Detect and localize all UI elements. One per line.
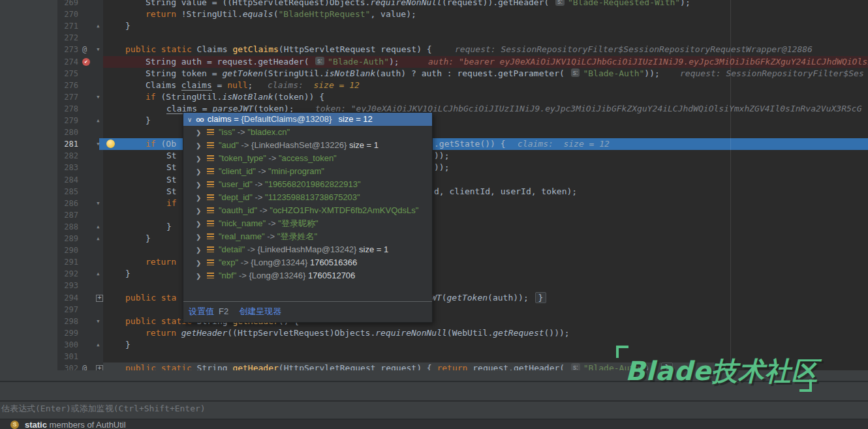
- variable-row[interactable]: ❯"real_name" -> "登录姓名": [183, 230, 432, 243]
- completion-suggestion-row[interactable]: S static members of AuthUtil: [0, 420, 868, 429]
- fold-arrow-icon[interactable]: ▾: [96, 91, 101, 103]
- code-line[interactable]: 280: [0, 126, 868, 138]
- fold-arrow-icon[interactable]: ▾: [96, 138, 101, 150]
- popup-action-bar[interactable]: 设置值F2创建呈现器: [183, 301, 432, 322]
- create-renderer-button[interactable]: 创建呈现器: [239, 306, 281, 316]
- code-line[interactable]: 297: [0, 304, 868, 316]
- line-number[interactable]: 287: [57, 209, 78, 221]
- line-number[interactable]: 273: [57, 44, 78, 55]
- folded-region-icon[interactable]: +: [96, 295, 103, 302]
- expand-chevron-icon[interactable]: ❯: [196, 166, 207, 179]
- expand-chevron-icon[interactable]: ❯: [196, 231, 207, 244]
- code-line[interactable]: 290: [0, 244, 868, 256]
- line-number[interactable]: 276: [57, 80, 78, 91]
- line-number[interactable]: 279: [57, 115, 78, 126]
- line-number[interactable]: 301: [57, 351, 78, 362]
- debugger-variable-popup[interactable]: ∨ooclaims = {DefaultClaims@13208}size = …: [183, 112, 433, 323]
- line-number[interactable]: 269: [57, 0, 78, 8]
- code-line[interactable]: 292▴}: [0, 268, 868, 280]
- line-number[interactable]: 300: [57, 339, 78, 351]
- code-line[interactable]: 288▴}: [0, 221, 868, 233]
- code-line[interactable]: 299return getHeader((HttpServletRequest)…: [0, 327, 868, 339]
- line-number[interactable]: 297: [57, 304, 78, 316]
- variable-row[interactable]: ❯"nbf" -> {Long@13246} 1760512706: [183, 269, 432, 282]
- code-line[interactable]: 294+public staWT(getToken(auth)); }: [0, 292, 868, 304]
- fold-end-icon[interactable]: ▴: [96, 221, 101, 233]
- expand-chevron-icon[interactable]: ❯: [196, 192, 207, 205]
- code-line[interactable]: 269String value = ((HttpServletRequest)O…: [0, 0, 868, 8]
- code-line[interactable]: 291return: [0, 256, 868, 268]
- line-number[interactable]: 289: [57, 233, 78, 244]
- line-number[interactable]: 280: [57, 126, 78, 138]
- variable-row[interactable]: ❯"aud" -> {LinkedHashSet@13226} size = 1: [183, 139, 432, 152]
- code-line[interactable]: 270return !StringUtil.equals("BladeHttpR…: [0, 8, 868, 20]
- variable-row[interactable]: ❯"nick_name" -> "登录昵称": [183, 217, 432, 230]
- line-number[interactable]: 274: [57, 56, 78, 68]
- code-line[interactable]: 286▾if: [0, 198, 868, 209]
- line-number[interactable]: 271: [57, 20, 78, 32]
- line-number[interactable]: 275: [57, 68, 78, 80]
- fold-end-icon[interactable]: ▴: [96, 233, 101, 244]
- line-number[interactable]: 283: [57, 162, 78, 173]
- fold-end-icon[interactable]: ▴: [96, 20, 101, 32]
- code-line[interactable]: 283St));: [0, 162, 868, 173]
- fold-arrow-icon[interactable]: ▾: [96, 44, 101, 55]
- code-line[interactable]: 273@▾public static Claims getClaims(Http…: [0, 44, 868, 55]
- code-line[interactable]: 279▴}: [0, 115, 868, 126]
- variable-popup-header[interactable]: ∨ooclaims = {DefaultClaims@13208}size = …: [183, 113, 432, 126]
- line-number[interactable]: 286: [57, 198, 78, 209]
- code-line[interactable]: 271▴}: [0, 20, 868, 32]
- line-number[interactable]: 284: [57, 174, 78, 186]
- expand-chevron-icon[interactable]: ❯: [196, 205, 207, 218]
- line-number[interactable]: 270: [57, 8, 78, 20]
- code-line[interactable]: 276Claims claims = null;claims: size = 1…: [0, 80, 868, 91]
- line-number[interactable]: 281: [57, 138, 78, 150]
- line-number[interactable]: 277: [57, 91, 78, 103]
- code-line[interactable]: 293: [0, 280, 868, 291]
- expand-chevron-icon[interactable]: ❯: [196, 179, 207, 192]
- line-number[interactable]: 294: [57, 292, 78, 304]
- set-value-button[interactable]: 设置值: [189, 306, 214, 316]
- variable-row[interactable]: ❯"iss" -> "bladex.cn": [183, 126, 432, 139]
- expand-chevron-icon[interactable]: ❯: [196, 218, 207, 231]
- intention-bulb-icon[interactable]: [106, 140, 115, 148]
- code-editor[interactable]: 269String value = ((HttpServletRequest)O…: [0, 0, 868, 370]
- code-line[interactable]: 284St: [0, 174, 868, 186]
- line-number[interactable]: 302: [57, 362, 78, 370]
- code-line[interactable]: 281▾if (Ob.getState()) {claims: size = 1…: [0, 138, 868, 150]
- variable-row[interactable]: ❯"detail" -> {LinkedHashMap@13242} size …: [183, 243, 432, 256]
- variable-row[interactable]: ❯"client_id" -> "mini-program": [183, 165, 432, 178]
- expand-chevron-icon[interactable]: ❯: [196, 257, 207, 270]
- fold-arrow-icon[interactable]: ▾: [96, 198, 101, 209]
- line-number[interactable]: 298: [57, 316, 78, 327]
- line-number[interactable]: 290: [57, 244, 78, 256]
- line-number[interactable]: 291: [57, 256, 78, 268]
- fold-arrow-icon[interactable]: ▾: [96, 316, 101, 327]
- line-number[interactable]: 285: [57, 186, 78, 198]
- expand-chevron-icon[interactable]: ❯: [196, 153, 207, 166]
- code-line[interactable]: 289▴}: [0, 233, 868, 244]
- collapse-chevron-icon[interactable]: ∨: [187, 116, 192, 123]
- code-line[interactable]: 278claims = parseJWT(token);token: "eyJ0…: [0, 103, 868, 115]
- variable-row[interactable]: ❯"dept_id" -> "1123598813738675203": [183, 191, 432, 204]
- expand-chevron-icon[interactable]: ❯: [196, 270, 207, 283]
- line-number[interactable]: 292: [57, 268, 78, 280]
- fold-end-icon[interactable]: ▴: [96, 339, 101, 351]
- line-number[interactable]: 299: [57, 327, 78, 339]
- fold-end-icon[interactable]: ▴: [96, 115, 101, 126]
- expand-chevron-icon[interactable]: ❯: [196, 140, 207, 153]
- variable-row[interactable]: ❯"token_type" -> "access_token": [183, 152, 432, 165]
- variable-row[interactable]: ❯"oauth_id" -> "ocHZO1Fhv-XMTDF6fb2AmKVQ…: [183, 204, 432, 217]
- code-line[interactable]: 287: [0, 209, 868, 221]
- folded-region-icon[interactable]: +: [96, 365, 103, 370]
- code-line[interactable]: 277▾if (StringUtil.isNotBlank(token)) {: [0, 91, 868, 103]
- code-line[interactable]: 298▾public static String getHeader() {: [0, 316, 868, 327]
- code-line[interactable]: 272: [0, 32, 868, 44]
- fold-end-icon[interactable]: ▴: [96, 268, 101, 280]
- expand-chevron-icon[interactable]: ❯: [196, 244, 207, 257]
- line-number[interactable]: 278: [57, 103, 78, 115]
- code-line[interactable]: 274✔String auth = request.getHeader( s:"…: [0, 56, 868, 68]
- code-line[interactable]: 282St));: [0, 150, 868, 162]
- line-number[interactable]: 282: [57, 150, 78, 162]
- line-number[interactable]: 288: [57, 221, 78, 233]
